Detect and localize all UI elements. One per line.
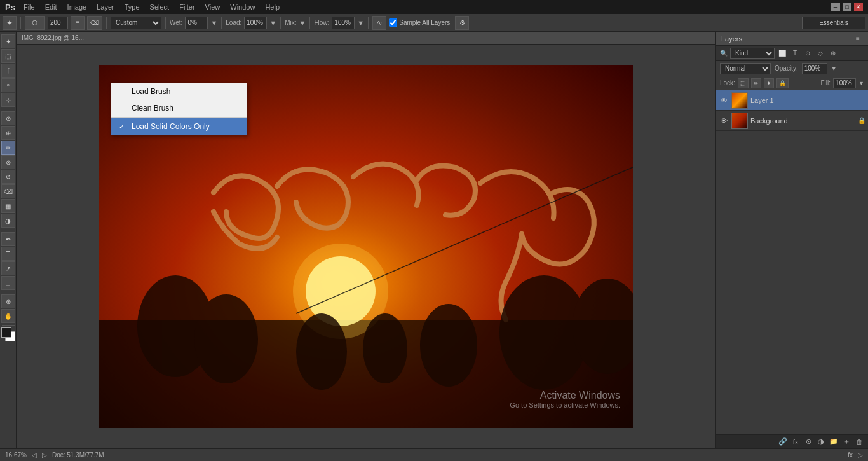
lock-transparent-btn[interactable]: ⬚ <box>738 78 749 88</box>
lock-fill-row: Lock: ⬚ ✏ ✦ 🔒 Fill: 100% ▼ <box>716 76 868 90</box>
zoom-level: 16.67% <box>5 451 27 458</box>
load-arrow[interactable]: ▼ <box>269 19 276 27</box>
pen-tool[interactable]: ✒ <box>1 232 15 246</box>
layers-filter-vector[interactable]: ◇ <box>815 48 825 58</box>
canvas-tab[interactable]: IMG_8922.jpg @ 16... <box>17 32 715 45</box>
crop-tool[interactable]: ⊹ <box>1 93 15 107</box>
toolbar-separator-2 <box>106 17 107 29</box>
brush-size-btn[interactable]: ○ <box>25 16 45 30</box>
load-solid-item[interactable]: ✓ Load Solid Colors Only <box>111 118 247 135</box>
opacity-arrow[interactable]: ▼ <box>831 65 837 72</box>
text-tool[interactable]: T <box>1 247 15 261</box>
status-right-btn[interactable]: ▷ <box>858 451 863 458</box>
status-nav-right[interactable]: ▷ <box>42 451 47 458</box>
hand-tool[interactable]: ✋ <box>1 309 15 323</box>
fill-input[interactable]: 100% <box>833 78 856 88</box>
path-select-tool[interactable]: ↗ <box>1 261 15 275</box>
layers-filter-pixel[interactable]: ⬜ <box>777 48 787 58</box>
clone-tool[interactable]: ⊗ <box>1 155 15 169</box>
opacity-input[interactable]: 100% <box>802 63 827 74</box>
menu-edit[interactable]: Edit <box>41 2 62 12</box>
delete-layer-btn[interactable]: 🗑 <box>854 437 864 447</box>
status-nav-left[interactable]: ◁ <box>32 451 37 458</box>
sample-all-checkbox[interactable] <box>389 18 397 27</box>
erase-mode-btn[interactable]: ⌫ <box>87 16 102 30</box>
layers-bottom-bar: 🔗 fx ⊙ ◑ 📁 ＋ 🗑 <box>716 434 868 448</box>
mix-arrow[interactable]: ▼ <box>299 19 306 27</box>
menu-filter[interactable]: Filter <box>175 2 199 12</box>
gradient-tool[interactable]: ▦ <box>1 199 15 213</box>
close-button[interactable]: ✕ <box>854 3 863 11</box>
menu-window[interactable]: Window <box>226 2 259 12</box>
layers-filter-text[interactable]: ⊙ <box>803 48 813 58</box>
new-layer-btn[interactable]: ＋ <box>841 437 851 447</box>
load-brush-item[interactable]: Load Brush <box>111 83 247 100</box>
marquee-tool[interactable]: ⬚ <box>1 49 15 63</box>
layer-thumb-layer1 <box>731 92 748 109</box>
add-mask-btn[interactable]: ⊙ <box>803 437 813 447</box>
airbrush-btn[interactable]: ∿ <box>372 16 386 30</box>
add-group-btn[interactable]: 📁 <box>829 437 839 447</box>
shape-tool[interactable]: □ <box>1 276 15 290</box>
toolbar-sep-4 <box>221 17 222 29</box>
move-tool[interactable]: ✦ <box>1 34 15 48</box>
lock-position-btn[interactable]: ✦ <box>764 78 774 88</box>
menu-file[interactable]: File <box>19 2 39 12</box>
quick-select-tool[interactable]: ⌖ <box>1 78 15 92</box>
flow-label: Flow: <box>314 19 329 26</box>
right-panel: Layers ≡ 🔍 Kind ⬜ T ⊙ ◇ ⊕ Normal <box>715 32 868 448</box>
clean-brush-item[interactable]: Clean Brush <box>111 100 247 116</box>
svg-point-5 <box>363 313 407 383</box>
status-fx-btn[interactable]: fx <box>848 451 853 458</box>
adjustment-btn[interactable]: ◑ <box>816 437 826 447</box>
lock-all-btn[interactable]: 🔒 <box>776 78 789 88</box>
essentials-dropdown[interactable]: Essentials <box>802 17 865 29</box>
maximize-button[interactable]: □ <box>843 3 851 11</box>
wet-arrow[interactable]: ▼ <box>210 19 217 27</box>
wet-input[interactable]: 0% <box>185 17 208 29</box>
lock-label: Lock: <box>720 79 735 86</box>
layer-item-background[interactable]: 👁 Background 🔒 <box>716 111 868 131</box>
menu-layer[interactable]: Layer <box>92 2 119 12</box>
layers-kind-dropdown[interactable]: Kind <box>730 48 775 59</box>
eyedropper-tool[interactable]: ⊘ <box>1 111 15 125</box>
dropdown-separator <box>111 117 247 118</box>
zoom-tool[interactable]: ⊕ <box>1 294 15 308</box>
menu-image[interactable]: Image <box>63 2 92 12</box>
sample-all-label[interactable]: Sample All Layers <box>389 18 450 27</box>
move-tool-btn[interactable]: ✦ <box>3 16 17 30</box>
menu-help[interactable]: Help <box>261 2 284 12</box>
history-brush-tool[interactable]: ↺ <box>1 170 15 184</box>
settings-btn[interactable]: ⚙ <box>455 16 469 30</box>
layers-filter-smart[interactable]: ⊕ <box>828 48 838 58</box>
brush-tool[interactable]: ✏ <box>1 141 15 155</box>
foreground-color[interactable] <box>1 327 11 338</box>
healing-tool[interactable]: ⊕ <box>1 126 15 140</box>
lock-pixels-btn[interactable]: ✏ <box>751 78 761 88</box>
brush-size-input[interactable]: 200 <box>48 17 68 29</box>
fill-arrow[interactable]: ▼ <box>858 80 864 86</box>
layers-filter-adjust[interactable]: T <box>790 48 800 58</box>
minimize-button[interactable]: ─ <box>831 3 840 11</box>
menu-view[interactable]: View <box>201 2 225 12</box>
flow-input[interactable]: 100% <box>332 17 355 29</box>
brush-mode-icon[interactable]: ≡ <box>71 16 85 30</box>
load-input[interactable]: 100% <box>244 17 267 29</box>
add-style-btn[interactable]: fx <box>790 437 801 447</box>
dodge-tool[interactable]: ◑ <box>1 214 15 228</box>
tool-sep-2 <box>2 230 15 230</box>
eraser-tool[interactable]: ⌫ <box>1 184 15 198</box>
brush-preset-dropdown[interactable]: Custom <box>111 17 161 29</box>
layer-eye-layer1[interactable]: 👁 <box>719 95 729 106</box>
layer-eye-bg[interactable]: 👁 <box>719 116 729 126</box>
menu-select[interactable]: Select <box>146 2 174 12</box>
flow-arrow[interactable]: ▼ <box>357 19 364 27</box>
layer-thumb-bg <box>731 113 748 129</box>
blend-mode-dropdown[interactable]: Normal <box>720 63 771 74</box>
layer-name-layer1: Layer 1 <box>750 97 865 104</box>
layer-item-layer1[interactable]: 👁 Layer 1 <box>716 90 868 111</box>
lasso-tool[interactable]: ∫ <box>1 64 15 78</box>
link-layers-btn[interactable]: 🔗 <box>778 437 788 447</box>
layers-search-icon[interactable]: ≡ <box>853 34 863 44</box>
menu-type[interactable]: Type <box>120 2 144 12</box>
